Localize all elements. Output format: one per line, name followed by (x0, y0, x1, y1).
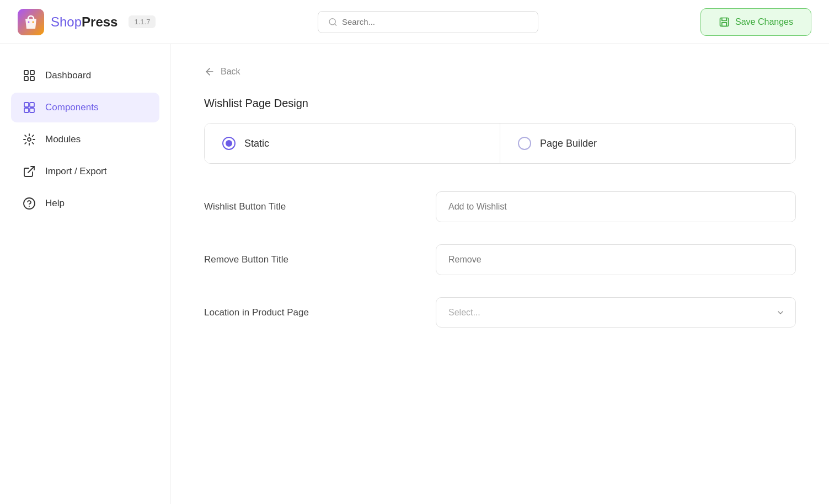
save-changes-button[interactable]: Save Changes (700, 8, 811, 36)
svg-point-2 (33, 21, 34, 23)
sidebar-item-help[interactable]: Help (11, 189, 159, 218)
svg-point-1 (28, 21, 30, 23)
back-arrow-icon (204, 66, 215, 77)
svg-rect-8 (30, 71, 34, 74)
design-option-static[interactable]: Static (205, 124, 500, 163)
svg-rect-6 (24, 71, 28, 74)
logo-area: ShopPress 1.1.7 (18, 9, 156, 35)
back-link[interactable]: Back (204, 66, 796, 77)
svg-line-4 (335, 24, 336, 25)
wishlist-button-title-row: Wishlist Button Title (204, 191, 796, 222)
sidebar-item-dashboard-label: Dashboard (45, 70, 91, 81)
remove-button-title-input[interactable] (436, 244, 796, 275)
wishlist-button-title-input[interactable] (436, 191, 796, 222)
svg-rect-13 (30, 108, 34, 112)
logo-icon (18, 9, 44, 35)
sidebar: Dashboard Components Modules (0, 44, 171, 504)
body-layout: Dashboard Components Modules (0, 44, 829, 504)
remove-button-title-row: Remove Button Title (204, 244, 796, 275)
svg-point-16 (24, 198, 35, 209)
search-input[interactable] (342, 17, 528, 26)
svg-rect-9 (30, 77, 34, 81)
svg-rect-11 (30, 103, 34, 107)
design-option-page-builder-label: Page Builder (540, 138, 597, 149)
svg-rect-7 (24, 77, 28, 81)
sidebar-item-dashboard[interactable]: Dashboard (11, 61, 159, 90)
sidebar-item-modules[interactable]: Modules (11, 125, 159, 154)
design-option-static-label: Static (244, 138, 269, 149)
design-option-page-builder[interactable]: Page Builder (500, 124, 795, 163)
app-name: ShopPress (51, 14, 117, 30)
location-product-page-select[interactable]: Select... (436, 297, 796, 328)
main-content: Back Wishlist Page Design Static Page Bu… (171, 44, 829, 504)
remove-button-title-label: Remove Button Title (204, 254, 436, 265)
wishlist-button-title-label: Wishlist Button Title (204, 201, 436, 212)
radio-page-builder (518, 137, 531, 150)
help-icon (22, 196, 36, 211)
dashboard-icon (22, 68, 36, 83)
design-options: Static Page Builder (204, 123, 796, 164)
radio-static (222, 137, 236, 150)
save-icon (719, 17, 730, 28)
sidebar-item-components-label: Components (45, 102, 98, 113)
svg-point-14 (28, 138, 31, 141)
location-product-page-row: Location in Product Page Select... (204, 297, 796, 328)
sidebar-item-help-label: Help (45, 198, 65, 209)
search-bar (318, 11, 538, 33)
svg-rect-12 (24, 108, 29, 112)
location-product-page-label: Location in Product Page (204, 307, 436, 318)
sidebar-item-components[interactable]: Components (11, 93, 159, 122)
search-icon (328, 17, 338, 27)
sidebar-item-import-export-label: Import / Export (45, 166, 106, 177)
location-select-wrapper: Select... (436, 297, 796, 328)
back-label: Back (221, 67, 240, 77)
page-title: Wishlist Page Design (204, 97, 796, 110)
modules-icon (22, 132, 36, 147)
svg-rect-10 (24, 103, 29, 107)
sidebar-item-import-export[interactable]: Import / Export (11, 157, 159, 186)
header: ShopPress 1.1.7 Save Changes (0, 0, 829, 44)
svg-line-15 (28, 167, 34, 173)
sidebar-item-modules-label: Modules (45, 134, 81, 145)
import-export-icon (22, 164, 36, 179)
version-badge: 1.1.7 (129, 15, 156, 28)
components-icon (22, 100, 36, 115)
